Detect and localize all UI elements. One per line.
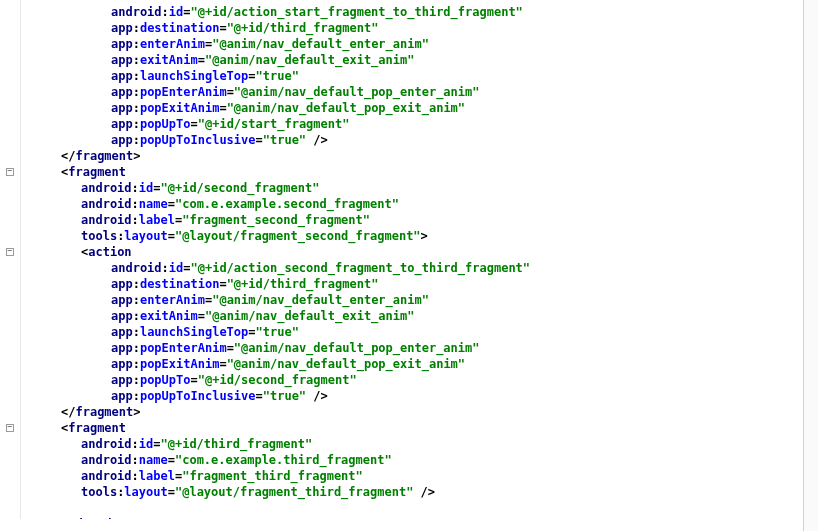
punct-token: : — [133, 293, 140, 307]
ns-token: app — [111, 53, 133, 67]
ns-token: app — [111, 21, 133, 35]
punct-token: : — [132, 469, 139, 483]
code-line[interactable]: app:exitAnim="@anim/nav_default_exit_ani… — [21, 52, 803, 68]
code-line[interactable]: app:destination="@+id/third_fragment" — [21, 276, 803, 292]
code-line[interactable]: android:label="fragment_second_fragment" — [21, 212, 803, 228]
punct-token: > — [133, 405, 140, 419]
eq-token: = — [168, 453, 175, 467]
punct-token: > — [421, 229, 428, 243]
code-line[interactable] — [21, 500, 803, 516]
eq-token: = — [168, 229, 175, 243]
pfx-token: layout — [124, 229, 167, 243]
ns-token: app — [111, 373, 133, 387]
eq-token: = — [168, 197, 175, 211]
punct-token: : — [132, 453, 139, 467]
code-line[interactable]: app:launchSingleTop="true" — [21, 68, 803, 84]
code-editor[interactable]: <actionandroid:id="@+id/action_start_fra… — [0, 0, 818, 531]
code-line[interactable]: android:id="@+id/action_second_fragment_… — [21, 260, 803, 276]
code-line[interactable]: app:popUpTo="@+id/start_fragment" — [21, 116, 803, 132]
tag-token: fragment — [68, 165, 126, 179]
fold-toggle-icon[interactable] — [6, 424, 14, 432]
str-token: "true" — [256, 69, 299, 83]
code-line[interactable]: </fragment> — [21, 148, 803, 164]
punct-token: : — [133, 309, 140, 323]
punct-token: : — [162, 5, 169, 19]
pfx-token: layout — [124, 485, 167, 499]
code-line[interactable]: </fragment> — [21, 404, 803, 420]
punct-token: : — [132, 197, 139, 211]
str-token: "@anim/nav_default_enter_anim" — [212, 293, 429, 307]
str-token: "fragment_third_fragment" — [182, 469, 363, 483]
eq-token: = — [227, 85, 234, 99]
punct-token: : — [133, 101, 140, 115]
ns-token: app — [111, 309, 133, 323]
code-line[interactable]: app:popUpToInclusive="true" /> — [21, 132, 803, 148]
code-line[interactable]: </navigation> — [21, 516, 803, 519]
code-line[interactable]: app:popExitAnim="@anim/nav_default_pop_e… — [21, 356, 803, 372]
ns-token: app — [111, 325, 133, 339]
code-line[interactable]: app:enterAnim="@anim/nav_default_enter_a… — [21, 36, 803, 52]
pfx-token: id — [139, 437, 153, 451]
fold-toggle-icon[interactable] — [6, 168, 14, 176]
punct-token: : — [132, 181, 139, 195]
eq-token: = — [256, 389, 263, 403]
code-line[interactable]: app:popEnterAnim="@anim/nav_default_pop_… — [21, 84, 803, 100]
ns-token: tools — [81, 229, 117, 243]
code-line[interactable]: android:id="@+id/action_start_fragment_t… — [21, 4, 803, 20]
code-line[interactable]: tools:layout="@layout/fragment_second_fr… — [21, 228, 803, 244]
code-line[interactable]: android:name="com.e.example.third_fragme… — [21, 452, 803, 468]
code-line[interactable]: <fragment — [21, 420, 803, 436]
code-area[interactable]: <actionandroid:id="@+id/action_start_fra… — [21, 0, 803, 519]
eq-token: = — [191, 373, 198, 387]
str-token: "fragment_second_fragment" — [182, 213, 370, 227]
tag-token: fragment — [68, 421, 126, 435]
str-token: "@+id/start_fragment" — [198, 117, 350, 131]
punct-token: /> — [306, 133, 328, 147]
code-line[interactable]: android:label="fragment_third_fragment" — [21, 468, 803, 484]
pfx-token: label — [139, 469, 175, 483]
code-line[interactable]: android:name="com.e.example.second_fragm… — [21, 196, 803, 212]
punct-token: : — [133, 389, 140, 403]
str-token: "@anim/nav_default_enter_anim" — [212, 37, 429, 51]
code-line[interactable]: app:launchSingleTop="true" — [21, 324, 803, 340]
punct-token: : — [133, 133, 140, 147]
fold-gutter[interactable] — [0, 0, 21, 519]
punct-token: : — [133, 37, 140, 51]
code-line[interactable]: app:popEnterAnim="@anim/nav_default_pop_… — [21, 340, 803, 356]
pfx-token: popExitAnim — [140, 357, 219, 371]
punct-token: : — [132, 437, 139, 451]
fold-toggle-icon[interactable] — [6, 248, 14, 256]
code-line[interactable]: app:popUpTo="@+id/second_fragment" — [21, 372, 803, 388]
code-line[interactable]: app:popExitAnim="@anim/nav_default_pop_e… — [21, 100, 803, 116]
pfx-token: popUpTo — [140, 373, 191, 387]
ns-token: app — [111, 389, 133, 403]
eq-token: = — [198, 53, 205, 67]
pfx-token: id — [169, 261, 183, 275]
ns-token: app — [111, 341, 133, 355]
punct-token: > — [128, 517, 135, 519]
code-line[interactable]: android:id="@+id/third_fragment" — [21, 436, 803, 452]
str-token: "true" — [256, 325, 299, 339]
code-line[interactable]: app:exitAnim="@anim/nav_default_exit_ani… — [21, 308, 803, 324]
code-line[interactable]: tools:layout="@layout/fragment_third_fra… — [21, 484, 803, 500]
str-token: "@+id/third_fragment" — [161, 437, 313, 451]
ns-token: android — [111, 5, 162, 19]
punct-token: /> — [306, 389, 328, 403]
code-line[interactable]: app:popUpToInclusive="true" /> — [21, 388, 803, 404]
code-line[interactable]: <action — [21, 244, 803, 260]
tag-token: navigation — [55, 517, 127, 519]
punct-token: : — [162, 261, 169, 275]
ns-token: app — [111, 85, 133, 99]
tag-token: fragment — [75, 405, 133, 419]
punct-token: : — [133, 21, 140, 35]
eq-token: = — [219, 357, 226, 371]
eq-token: = — [219, 101, 226, 115]
str-token: "com.e.example.third_fragment" — [175, 453, 392, 467]
code-line[interactable]: app:destination="@+id/third_fragment" — [21, 20, 803, 36]
str-token: "@+id/second_fragment" — [198, 373, 357, 387]
code-line[interactable]: android:id="@+id/second_fragment" — [21, 180, 803, 196]
code-line[interactable]: <fragment — [21, 164, 803, 180]
eq-token: = — [219, 21, 226, 35]
pfx-token: id — [139, 181, 153, 195]
code-line[interactable]: app:enterAnim="@anim/nav_default_enter_a… — [21, 292, 803, 308]
